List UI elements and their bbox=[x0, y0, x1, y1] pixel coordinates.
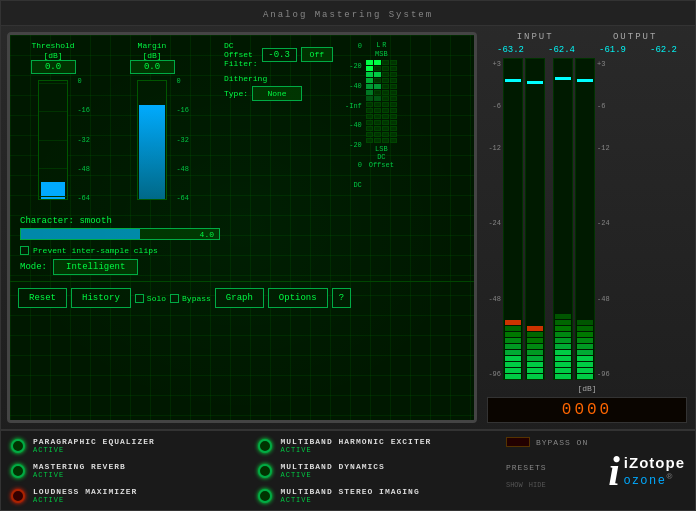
margin-input[interactable] bbox=[130, 60, 175, 74]
dc-dither-section: DCOffsetFilter: Off Dithering Type: None bbox=[224, 41, 333, 101]
content-row: Threshold [dB] bbox=[1, 26, 695, 429]
module-reverb[interactable]: MASTERING REVERB ACTIVE bbox=[11, 462, 238, 479]
output-label: OUTPUT bbox=[613, 32, 657, 42]
character-slider-fill bbox=[21, 229, 140, 239]
module-dynamics[interactable]: MULTIBAND DYNAMICS ACTIVE bbox=[258, 462, 485, 479]
input-label: INPUT bbox=[517, 32, 554, 42]
main-wrapper: Analog Mastering System Threshold [dB] bbox=[0, 0, 696, 511]
module-paragraphic[interactable]: PARAGRAPHIC EQUALIZER ACTIVE bbox=[11, 437, 238, 454]
paragraphic-status: ACTIVE bbox=[33, 446, 155, 454]
mode-label: Mode: bbox=[20, 262, 47, 272]
msb-lsb-display: L R MSB bbox=[366, 41, 397, 169]
stereo-info: MULTIBAND STEREO IMAGING ACTIVE bbox=[280, 487, 419, 504]
harmonic-dot bbox=[258, 439, 272, 453]
paragraphic-info: PARAGRAPHIC EQUALIZER ACTIVE bbox=[33, 437, 155, 454]
output-r-value: -62.2 bbox=[649, 45, 679, 55]
threshold-label: Threshold [dB] bbox=[31, 41, 74, 60]
dithering-type-button[interactable]: None bbox=[252, 86, 302, 101]
meters-area: +3 -6 -12 -24 -48 -96 bbox=[483, 56, 691, 382]
help-button[interactable]: ? bbox=[332, 288, 351, 308]
reverb-name: MASTERING REVERB bbox=[33, 462, 126, 471]
module-loudness[interactable]: LOUDNESS MAXIMIZER ACTIVE bbox=[11, 487, 238, 504]
dynamics-status: ACTIVE bbox=[280, 471, 384, 479]
margin-label: Margin [dB] bbox=[138, 41, 167, 60]
character-slider[interactable]: 4.0 bbox=[20, 228, 220, 240]
bypass-checkbox-group: Bypass bbox=[170, 294, 211, 303]
harmonic-status: ACTIVE bbox=[280, 446, 431, 454]
meter-values-row: -63.2 -62.4 -61.9 -62.2 bbox=[483, 44, 691, 56]
threshold-input[interactable] bbox=[31, 60, 76, 74]
right-panel: INPUT OUTPUT -63.2 -62.4 -61.9 -62.2 +3 … bbox=[483, 26, 695, 429]
character-section: Character: smooth 4.0 bbox=[10, 206, 474, 244]
output-l-meter bbox=[553, 58, 573, 380]
history-button[interactable]: History bbox=[71, 288, 131, 308]
loudness-info: LOUDNESS MAXIMIZER ACTIVE bbox=[33, 487, 137, 504]
izotope-i-char: i bbox=[608, 450, 620, 492]
module-harmonic[interactable]: MULTIBAND HARMONIC EXCITER ACTIVE bbox=[258, 437, 485, 454]
left-meter-scale: +3 -6 -12 -24 -48 -96 bbox=[485, 58, 501, 380]
dc-offset-group: DCOffsetFilter: Off bbox=[224, 41, 333, 68]
bottom-modules: PARAGRAPHIC EQUALIZER ACTIVE MASTERING R… bbox=[1, 429, 695, 510]
hide-button[interactable]: HIDE bbox=[529, 481, 546, 489]
db-label: [dB] bbox=[483, 382, 691, 395]
loudness-name: LOUDNESS MAXIMIZER bbox=[33, 487, 137, 496]
right-meter-scale: +3 -6 -12 -24 -48 -96 bbox=[597, 58, 613, 380]
bit-scale: 0 -20 -40 -Inf -40 -20 0 DC bbox=[345, 41, 362, 191]
lr-label: L bbox=[376, 41, 380, 49]
bypass-checkbox[interactable] bbox=[170, 294, 179, 303]
io-labels: INPUT OUTPUT bbox=[483, 30, 691, 44]
input-l-value: -63.2 bbox=[496, 45, 526, 55]
msb-label: MSB bbox=[375, 50, 388, 58]
reset-button[interactable]: Reset bbox=[18, 288, 67, 308]
margin-scale: 0 -16 -32 -48 -64 bbox=[176, 78, 189, 202]
harmonic-name: MULTIBAND HARMONIC EXCITER bbox=[280, 437, 431, 446]
loudness-dot bbox=[11, 489, 25, 503]
threshold-meter bbox=[38, 80, 68, 200]
threshold-scale: 0 -16 -32 -48 -64 bbox=[77, 78, 90, 202]
bypass-on-indicator[interactable] bbox=[506, 437, 530, 447]
offset-label-bottom: Offset bbox=[369, 161, 394, 169]
show-button[interactable]: SHOW bbox=[506, 481, 523, 489]
output-l-value: -61.9 bbox=[598, 45, 628, 55]
bypass-presets-section: BYPASS ON PRESETS SHOW HIDE bbox=[506, 437, 588, 504]
bypass-on-label: BYPASS ON bbox=[536, 438, 588, 447]
prevent-clips-checkbox[interactable] bbox=[20, 246, 29, 255]
reverb-dot bbox=[11, 464, 25, 478]
presets-label: PRESETS bbox=[506, 463, 547, 472]
input-l-meter bbox=[503, 58, 523, 380]
mode-button[interactable]: Intelligent bbox=[53, 259, 138, 275]
solo-checkbox[interactable] bbox=[135, 294, 144, 303]
bypass-label: Bypass bbox=[182, 294, 211, 303]
izotope-brand: iZotope bbox=[624, 454, 685, 472]
solo-label: Solo bbox=[147, 294, 166, 303]
bit-grid bbox=[366, 60, 397, 143]
input-r-value: -62.4 bbox=[547, 45, 577, 55]
dithering-group: Dithering Type: None bbox=[224, 74, 333, 101]
margin-meter bbox=[137, 80, 167, 200]
dithering-label: Dithering bbox=[224, 74, 333, 83]
dc-off-button[interactable]: Off bbox=[301, 47, 333, 62]
dynamics-info: MULTIBAND DYNAMICS ACTIVE bbox=[280, 462, 384, 479]
harmonic-info: MULTIBAND HARMONIC EXCITER ACTIVE bbox=[280, 437, 431, 454]
stereo-dot bbox=[258, 489, 272, 503]
input-r-meter bbox=[525, 58, 545, 380]
screen-panel: Threshold [dB] bbox=[7, 32, 477, 423]
graph-button[interactable]: Graph bbox=[215, 288, 264, 308]
reverb-info: MASTERING REVERB ACTIVE bbox=[33, 462, 126, 479]
loudness-status: ACTIVE bbox=[33, 496, 137, 504]
character-value: 4.0 bbox=[200, 229, 214, 241]
dc-value-input[interactable] bbox=[262, 48, 297, 62]
lsb-label: LSB bbox=[375, 145, 388, 153]
solo-checkbox-group: Solo bbox=[135, 294, 166, 303]
app-title: Analog Mastering System bbox=[263, 10, 433, 20]
izotope-logo-area: i iZotope ozone® bbox=[608, 437, 685, 504]
dynamics-dot bbox=[258, 464, 272, 478]
dynamics-name: MULTIBAND DYNAMICS bbox=[280, 462, 384, 471]
stereo-status: ACTIVE bbox=[280, 496, 419, 504]
digital-readout: 0000 bbox=[487, 397, 687, 423]
screen-bottom-bar: Reset History Solo Bypass Graph Options … bbox=[10, 281, 474, 314]
module-stereo[interactable]: MULTIBAND STEREO IMAGING ACTIVE bbox=[258, 487, 485, 504]
dithering-type-row: Type: None bbox=[224, 86, 333, 101]
options-button[interactable]: Options bbox=[268, 288, 328, 308]
left-module-column: PARAGRAPHIC EQUALIZER ACTIVE MASTERING R… bbox=[11, 437, 238, 504]
